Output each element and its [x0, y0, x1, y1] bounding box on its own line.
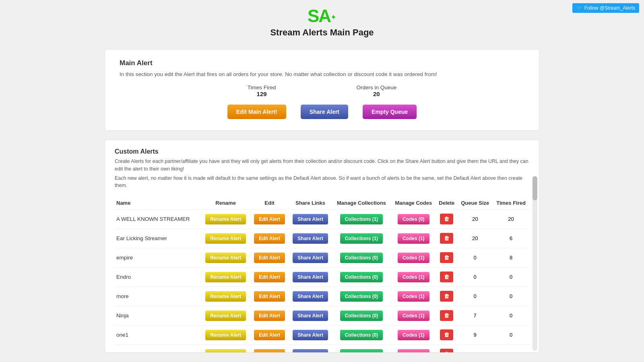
- rename-alert-button-4[interactable]: Rename Alert: [205, 291, 246, 302]
- row-collections-5: Collections (0): [332, 306, 391, 325]
- collections-button-0[interactable]: Collections (1): [340, 214, 383, 224]
- main-alert-description: In this section you edit the Alert that …: [120, 71, 524, 77]
- edit-alert-button-5[interactable]: Edit Alert: [254, 311, 285, 321]
- edit-alert-button-6[interactable]: Edit Alert: [254, 330, 285, 340]
- rename-alert-button-5[interactable]: Rename Alert: [205, 311, 246, 321]
- delete-button-3[interactable]: 🗑: [440, 272, 453, 282]
- rename-alert-button-7[interactable]: Rename Alert: [205, 349, 246, 353]
- share-alert-button-3[interactable]: Share Alert: [293, 272, 328, 282]
- share-alert-button-1[interactable]: Share Alert: [293, 233, 328, 244]
- twitter-icon: 🐦: [576, 5, 582, 11]
- orders-queue-label: Orders in Queue: [356, 84, 396, 90]
- row-times-fired-7: 0: [493, 345, 529, 353]
- edit-alert-button-3[interactable]: Edit Alert: [254, 272, 285, 282]
- row-share-2: Share Alert: [289, 248, 332, 267]
- edit-alert-button-4[interactable]: Edit Alert: [254, 291, 285, 302]
- codes-button-4[interactable]: Codes (1): [398, 291, 429, 302]
- table-row: empire Rename Alert Edit Alert Share Ale…: [115, 248, 529, 267]
- row-collections-0: Collections (1): [332, 210, 391, 229]
- collections-button-7[interactable]: Collections (0): [340, 349, 383, 353]
- row-queue-3: 0: [457, 267, 493, 287]
- collections-button-2[interactable]: Collections (0): [340, 253, 383, 263]
- row-collections-4: Collections (0): [332, 287, 391, 306]
- row-name-4: more: [115, 287, 201, 306]
- scrollbar-thumb[interactable]: [533, 176, 537, 200]
- delete-button-1[interactable]: 🗑: [440, 233, 453, 244]
- edit-alert-button-1[interactable]: Edit Alert: [254, 233, 285, 244]
- codes-button-0[interactable]: Codes (0): [398, 214, 429, 224]
- row-delete-3: 🗑: [436, 267, 457, 287]
- row-times-fired-6: 0: [493, 325, 529, 345]
- codes-button-7[interactable]: Codes (1): [398, 349, 429, 353]
- share-alert-button-7[interactable]: Share Alert: [293, 349, 328, 353]
- table-row: Ear Licking Streamer Rename Alert Edit A…: [115, 229, 529, 248]
- edit-main-alert-button[interactable]: Edit Main Alert!: [227, 105, 286, 119]
- alerts-table: Name Rename Edit Share Links Manage Coll…: [115, 197, 529, 353]
- edit-alert-button-0[interactable]: Edit Alert: [254, 214, 285, 224]
- row-rename-2: Rename Alert: [201, 248, 250, 267]
- collections-button-4[interactable]: Collections (0): [340, 291, 383, 302]
- share-alert-button-6[interactable]: Share Alert: [293, 330, 328, 340]
- page-header: SA✦ Stream Alerts Main Page: [0, 0, 644, 42]
- collections-button-6[interactable]: Collections (0): [340, 330, 383, 340]
- row-codes-1: Codes (1): [391, 229, 436, 248]
- row-codes-7: Codes (1): [391, 345, 436, 353]
- row-edit-2: Edit Alert: [250, 248, 289, 267]
- collections-button-1[interactable]: Collections (1): [340, 233, 383, 244]
- edit-alert-button-7[interactable]: Edit Alert: [254, 349, 285, 353]
- row-name-2: empire: [115, 248, 201, 267]
- delete-button-7[interactable]: 🗑: [440, 349, 453, 353]
- row-edit-1: Edit Alert: [250, 229, 289, 248]
- codes-button-1[interactable]: Codes (1): [398, 233, 429, 244]
- custom-alerts-desc1: Create Alerts for each partner/affiliate…: [115, 158, 529, 173]
- row-collections-7: Collections (0): [332, 345, 391, 353]
- edit-alert-button-2[interactable]: Edit Alert: [254, 253, 285, 263]
- codes-button-5[interactable]: Codes (1): [398, 311, 429, 321]
- codes-button-3[interactable]: Codes (1): [398, 272, 429, 282]
- times-fired-value: 129: [248, 90, 276, 97]
- table-row: one1 Rename Alert Edit Alert Share Alert…: [115, 325, 529, 345]
- collections-button-5[interactable]: Collections (0): [340, 311, 383, 321]
- row-collections-1: Collections (1): [332, 229, 391, 248]
- delete-button-4[interactable]: 🗑: [440, 291, 453, 302]
- row-edit-0: Edit Alert: [250, 210, 289, 229]
- row-codes-4: Codes (1): [391, 287, 436, 306]
- codes-button-6[interactable]: Codes (1): [398, 330, 429, 340]
- collections-button-3[interactable]: Collections (0): [340, 272, 383, 282]
- rename-alert-button-2[interactable]: Rename Alert: [205, 253, 246, 263]
- row-delete-4: 🗑: [436, 287, 457, 306]
- row-times-fired-2: 8: [493, 248, 529, 267]
- delete-button-6[interactable]: 🗑: [440, 329, 453, 340]
- times-fired-stat: Times Fired 129: [248, 84, 276, 97]
- row-delete-0: 🗑: [436, 210, 457, 229]
- table-row: more Rename Alert Edit Alert Share Alert…: [115, 287, 529, 306]
- share-alert-button-2[interactable]: Share Alert: [293, 253, 328, 263]
- share-alert-button-4[interactable]: Share Alert: [293, 291, 328, 302]
- row-delete-7: 🗑: [436, 345, 457, 353]
- row-codes-0: Codes (0): [391, 210, 436, 229]
- rename-alert-button-6[interactable]: Rename Alert: [205, 330, 246, 340]
- col-queue: Queue Size: [457, 197, 493, 210]
- rename-alert-button-3[interactable]: Rename Alert: [205, 272, 246, 282]
- alerts-table-wrapper: Name Rename Edit Share Links Manage Coll…: [115, 191, 529, 353]
- row-delete-1: 🗑: [436, 229, 457, 248]
- codes-button-2[interactable]: Codes (1): [398, 253, 429, 263]
- delete-button-2[interactable]: 🗑: [440, 252, 453, 263]
- orders-queue-stat: Orders in Queue 20: [356, 84, 396, 97]
- scrollbar-track[interactable]: [533, 176, 537, 351]
- row-codes-6: Codes (1): [391, 325, 436, 345]
- rename-alert-button-0[interactable]: Rename Alert: [205, 214, 246, 224]
- row-queue-4: 0: [457, 287, 493, 306]
- share-alert-button-5[interactable]: Share Alert: [293, 311, 328, 321]
- twitter-follow-button[interactable]: 🐦 Follow @Stream_Alerts: [572, 3, 639, 13]
- col-edit: Edit: [250, 197, 289, 210]
- share-alert-button[interactable]: Share Alert: [301, 105, 348, 119]
- share-alert-button-0[interactable]: Share Alert: [293, 214, 328, 224]
- rename-alert-button-1[interactable]: Rename Alert: [205, 233, 246, 244]
- delete-button-0[interactable]: 🗑: [440, 214, 453, 224]
- row-queue-5: 7: [457, 306, 493, 325]
- twitter-follow-bar: 🐦 Follow @Stream_Alerts: [572, 3, 639, 13]
- empty-queue-button[interactable]: Empty Queue: [363, 105, 417, 119]
- delete-button-5[interactable]: 🗑: [440, 310, 453, 321]
- row-name-1: Ear Licking Streamer: [115, 229, 201, 248]
